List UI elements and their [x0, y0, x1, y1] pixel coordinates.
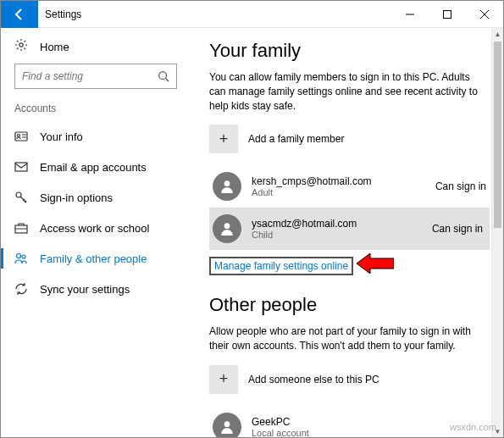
svg-point-10 — [224, 181, 230, 187]
account-name: GeekPC — [252, 416, 309, 428]
scrollbar-thumb[interactable] — [494, 42, 501, 228]
add-other-user-button[interactable]: + Add someone else to this PC — [209, 365, 490, 394]
member-status: Can sign in — [432, 223, 483, 235]
member-status: Can sign in — [435, 180, 486, 192]
search-icon — [158, 70, 169, 82]
sync-icon — [14, 282, 28, 296]
nav-label: Family & other people — [40, 252, 147, 265]
family-member-row-selected[interactable]: ysacmdz@hotmail.com Child Can sign in — [209, 208, 490, 250]
gear-icon — [14, 38, 28, 55]
window-controls — [391, 1, 503, 28]
sidebar-item-email-accounts[interactable]: Email & app accounts — [1, 152, 191, 182]
mail-icon — [14, 160, 28, 174]
close-button[interactable] — [466, 1, 503, 28]
window-title: Settings — [45, 8, 81, 20]
svg-marker-13 — [357, 253, 394, 274]
person-icon — [213, 413, 241, 437]
svg-point-4 — [18, 135, 20, 137]
add-other-label: Add someone else to this PC — [248, 374, 379, 385]
svg-rect-3 — [15, 132, 27, 141]
annotation-arrow — [357, 253, 394, 277]
sidebar-item-signin-options[interactable]: Sign-in options — [1, 182, 191, 213]
maximize-button[interactable] — [429, 1, 466, 28]
family-member-row[interactable]: kersh_cmps@hotmail.com Adult Can sign in — [209, 165, 490, 208]
minimize-button[interactable] — [391, 1, 429, 28]
person-icon — [213, 214, 241, 243]
search-box[interactable] — [14, 64, 177, 89]
watermark: wsxdn.com — [450, 422, 496, 432]
svg-rect-5 — [15, 163, 27, 171]
member-email: kersh_cmps@hotmail.com — [252, 175, 372, 187]
briefcase-icon — [14, 221, 28, 235]
svg-point-8 — [17, 254, 21, 258]
sidebar-item-your-info[interactable]: Your info — [1, 121, 191, 152]
svg-point-9 — [22, 255, 25, 258]
sidebar-item-sync-settings[interactable]: Sync your settings — [1, 274, 191, 304]
home-label: Home — [40, 41, 69, 53]
other-people-description: Allow people who are not part of your fa… — [209, 324, 480, 353]
other-account-row[interactable]: GeekPC Local account — [209, 406, 490, 437]
vertical-scrollbar[interactable]: ▲ ▼ — [491, 28, 503, 437]
nav-label: Email & app accounts — [40, 161, 147, 174]
nav-label: Access work or school — [40, 222, 149, 235]
member-email: ysacmdz@hotmail.com — [252, 218, 357, 230]
nav-label: Sign-in options — [40, 191, 113, 204]
scroll-up-icon[interactable]: ▲ — [492, 28, 503, 40]
key-icon — [14, 191, 28, 204]
svg-point-1 — [19, 43, 23, 47]
family-description: You can allow family members to sign in … — [209, 70, 480, 113]
nav-label: Your info — [40, 130, 83, 143]
nav-label: Sync your settings — [40, 283, 130, 296]
svg-point-11 — [224, 224, 230, 230]
plus-icon: + — [209, 365, 238, 394]
account-role: Local account — [252, 428, 309, 437]
sidebar-section-label: Accounts — [1, 99, 191, 121]
family-heading: Your family — [209, 40, 490, 62]
add-family-label: Add a family member — [248, 133, 344, 145]
people-icon — [14, 252, 28, 265]
search-input[interactable] — [22, 70, 158, 82]
back-button[interactable] — [1, 1, 38, 28]
sidebar-item-work-school[interactable]: Access work or school — [1, 213, 191, 243]
main-area: Home Accounts Your info Email & app acco… — [1, 28, 503, 437]
sidebar: Home Accounts Your info Email & app acco… — [1, 28, 191, 437]
svg-rect-0 — [444, 10, 451, 18]
other-people-heading: Other people — [209, 294, 490, 316]
sidebar-item-family-people[interactable]: Family & other people — [1, 243, 191, 274]
svg-point-12 — [224, 421, 230, 427]
home-link[interactable]: Home — [1, 28, 191, 64]
member-role: Child — [252, 230, 357, 240]
person-icon — [213, 172, 241, 201]
back-arrow-icon — [13, 8, 26, 21]
plus-icon: + — [209, 125, 238, 153]
svg-point-2 — [159, 72, 167, 80]
add-family-member-button[interactable]: + Add a family member — [209, 125, 490, 153]
content-pane: Your family You can allow family members… — [191, 28, 503, 437]
title-bar: Settings — [1, 1, 503, 28]
member-role: Adult — [252, 187, 372, 197]
id-card-icon — [14, 130, 28, 143]
manage-family-link[interactable]: Manage family settings online — [209, 257, 353, 275]
